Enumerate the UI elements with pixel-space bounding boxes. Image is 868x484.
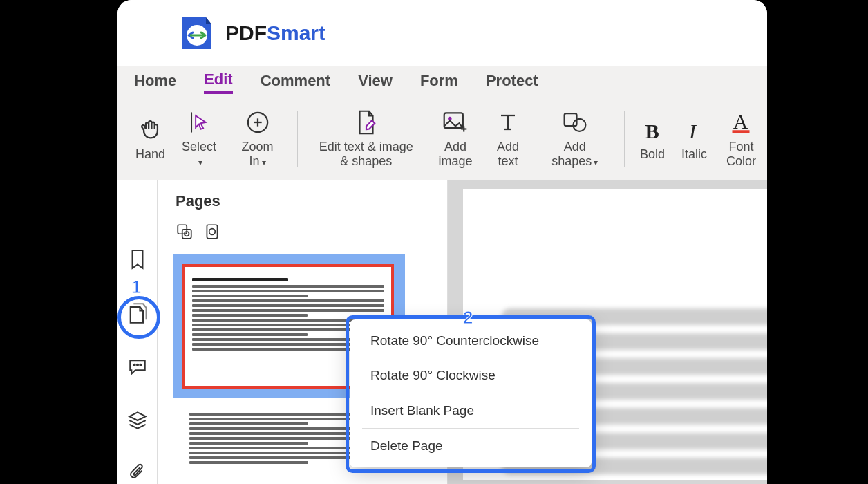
ctx-insert-blank-page[interactable]: Insert Blank Page — [350, 393, 592, 428]
pages-tool-2-icon[interactable] — [203, 223, 221, 241]
select-caret-icon — [196, 154, 202, 168]
tool-select-label: Select — [182, 140, 216, 153]
menu-form[interactable]: Form — [420, 72, 458, 93]
svg-point-21 — [140, 364, 141, 365]
annotation-circle-1 — [117, 296, 160, 339]
tool-bold-label: Bold — [640, 147, 665, 162]
svg-point-20 — [136, 364, 138, 365]
tool-add-shapes-label: Add shapes — [551, 140, 592, 168]
pages-panel-title: Pages — [158, 180, 447, 214]
brand-pdf: PDF — [225, 21, 267, 44]
tool-add-shapes[interactable]: Add shapes — [533, 98, 617, 180]
svg-rect-13 — [564, 113, 576, 126]
tool-hand-label: Hand — [135, 147, 165, 162]
tool-zoom-in-label: Zoom In — [242, 140, 274, 168]
bold-icon: B — [643, 117, 662, 143]
app-logo: PDFSmart — [178, 15, 326, 52]
hand-icon — [139, 117, 162, 143]
toolbar-divider — [624, 111, 625, 167]
shapes-caret-icon — [592, 154, 598, 168]
tool-font-color-label: Font Color — [724, 140, 759, 168]
toolbar: Hand Select Zoom In — [117, 98, 767, 180]
select-cursor-icon — [189, 109, 209, 136]
titlebar: PDFSmart — [117, 0, 767, 66]
annotation-step-1: 1 — [131, 277, 141, 298]
attachments-icon[interactable] — [127, 463, 148, 484]
tool-edit-text-image-shapes[interactable]: Edit text & image & shapes — [305, 98, 428, 180]
logo-mark-icon — [178, 15, 216, 52]
add-image-icon — [442, 109, 469, 136]
svg-point-14 — [573, 119, 585, 131]
tool-italic[interactable]: I Italic — [673, 98, 715, 180]
tool-hand[interactable]: Hand — [127, 98, 173, 180]
tool-add-text-label: Add text — [491, 140, 524, 168]
toolbar-divider — [297, 111, 298, 167]
edit-page-icon — [355, 109, 378, 136]
tool-add-image-label: Add image — [436, 140, 475, 168]
annotation-step-2: 2 — [463, 307, 473, 328]
font-color-icon: A — [730, 109, 751, 136]
menu-edit[interactable]: Edit — [204, 71, 233, 94]
tool-bold[interactable]: B Bold — [632, 98, 673, 180]
svg-text:B: B — [645, 119, 659, 141]
svg-text:I: I — [688, 119, 697, 141]
tool-italic-label: Italic — [681, 147, 707, 162]
tool-add-image[interactable]: Add image — [428, 98, 484, 180]
italic-icon: I — [684, 117, 704, 143]
add-shapes-icon — [563, 109, 587, 136]
menu-view[interactable]: View — [358, 72, 393, 93]
comments-icon[interactable] — [127, 357, 148, 377]
ctx-delete-page[interactable]: Delete Page — [350, 429, 592, 463]
add-text-icon — [498, 109, 518, 136]
svg-point-19 — [133, 364, 135, 365]
context-menu: Rotate 90° Counterclockwise Rotate 90° C… — [350, 319, 592, 467]
svg-text:A: A — [733, 111, 748, 133]
svg-rect-25 — [207, 225, 217, 239]
tool-select[interactable]: Select — [173, 98, 225, 180]
bookmarks-icon[interactable] — [127, 249, 148, 270]
tool-font-color[interactable]: A Font Color — [715, 98, 767, 180]
pages-panel-tools — [158, 214, 447, 249]
brand-smart: Smart — [267, 21, 326, 44]
menu-protect[interactable]: Protect — [486, 72, 538, 93]
zoom-in-icon — [246, 109, 270, 136]
menu-comment[interactable]: Comment — [261, 72, 330, 93]
menu-home[interactable]: Home — [134, 72, 176, 93]
brand-text: PDFSmart — [225, 21, 326, 45]
menubar: Home Edit Comment View Form Protect — [117, 66, 767, 98]
tool-edit-text-image-shapes-label: Edit text & image & shapes — [317, 140, 415, 168]
ctx-rotate-ccw[interactable]: Rotate 90° Counterclockwise — [350, 324, 592, 358]
pages-tool-1-icon[interactable] — [176, 223, 194, 241]
svg-point-26 — [209, 229, 216, 235]
svg-rect-6 — [444, 113, 463, 129]
layers-icon[interactable] — [127, 410, 148, 430]
zoom-caret-icon — [260, 154, 266, 168]
svg-rect-18 — [733, 131, 750, 133]
tool-zoom-in[interactable]: Zoom In — [225, 98, 290, 180]
tool-add-text[interactable]: Add text — [483, 98, 532, 180]
ctx-rotate-cw[interactable]: Rotate 90° Clockwise — [350, 358, 592, 393]
